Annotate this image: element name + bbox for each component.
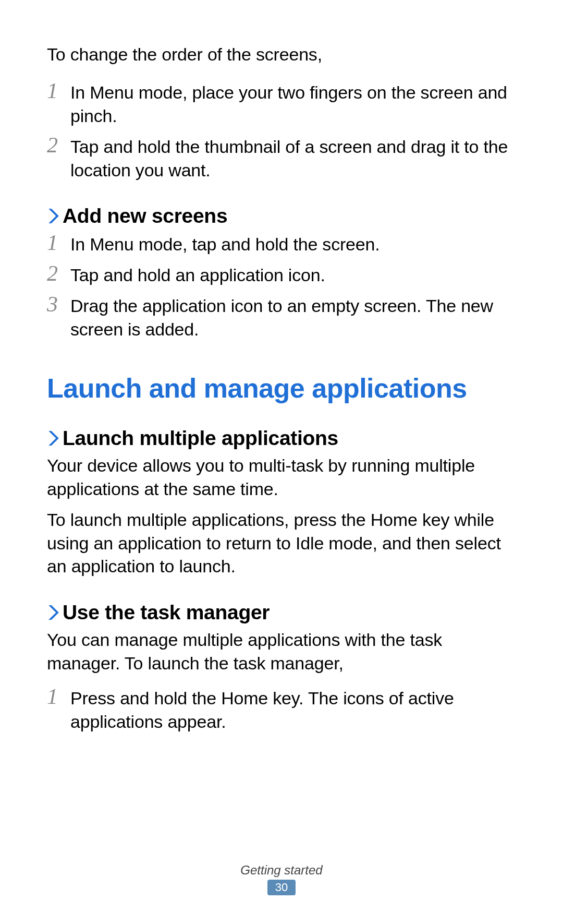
paragraph: You can manage multiple applications wit… — [47, 628, 516, 675]
subheading-add-new-screens: Add new screens — [47, 205, 516, 227]
step-number: 2 — [47, 134, 70, 156]
steps-task-manager: 1 Press and hold the Home key. The icons… — [47, 686, 516, 734]
step-text: Tap and hold the thumbnail of a screen a… — [70, 134, 516, 182]
page-footer: Getting started 30 — [0, 863, 563, 895]
step-text: Press and hold the Home key. The icons o… — [70, 686, 516, 734]
subheading-text: Launch multiple applications — [63, 427, 338, 450]
chevron-right-icon — [47, 207, 60, 225]
subheading-text: Add new screens — [63, 205, 227, 227]
list-item: 1 In Menu mode, tap and hold the screen. — [47, 232, 516, 256]
steps-change-order: 1 In Menu mode, place your two fingers o… — [47, 80, 516, 182]
footer-section-label: Getting started — [0, 863, 563, 878]
step-text: In Menu mode, tap and hold the screen. — [70, 232, 516, 256]
step-number: 3 — [47, 293, 70, 315]
step-number: 1 — [47, 232, 70, 254]
step-text: Tap and hold an application icon. — [70, 262, 516, 287]
manual-page: To change the order of the screens, 1 In… — [0, 0, 563, 924]
paragraph: To launch multiple applications, press t… — [47, 508, 516, 579]
step-number: 1 — [47, 80, 70, 102]
section-heading-launch-manage: Launch and manage applications — [47, 373, 516, 404]
subheading-task-manager: Use the task manager — [47, 601, 516, 624]
list-item: 2 Tap and hold an application icon. — [47, 262, 516, 287]
paragraph: Your device allows you to multi-task by … — [47, 454, 516, 501]
subheading-launch-multiple: Launch multiple applications — [47, 427, 516, 450]
step-number: 2 — [47, 262, 70, 284]
list-item: 1 Press and hold the Home key. The icons… — [47, 686, 516, 734]
chevron-right-icon — [47, 429, 60, 447]
step-text: Drag the application icon to an empty sc… — [70, 293, 516, 341]
list-item: 3 Drag the application icon to an empty … — [47, 293, 516, 341]
step-text: In Menu mode, place your two fingers on … — [70, 80, 516, 128]
intro-text: To change the order of the screens, — [47, 43, 516, 66]
list-item: 2 Tap and hold the thumbnail of a screen… — [47, 134, 516, 182]
steps-add-new-screens: 1 In Menu mode, tap and hold the screen.… — [47, 232, 516, 341]
list-item: 1 In Menu mode, place your two fingers o… — [47, 80, 516, 128]
page-number-badge: 30 — [267, 880, 296, 895]
subheading-text: Use the task manager — [63, 601, 270, 624]
chevron-right-icon — [47, 604, 60, 621]
step-number: 1 — [47, 686, 70, 707]
